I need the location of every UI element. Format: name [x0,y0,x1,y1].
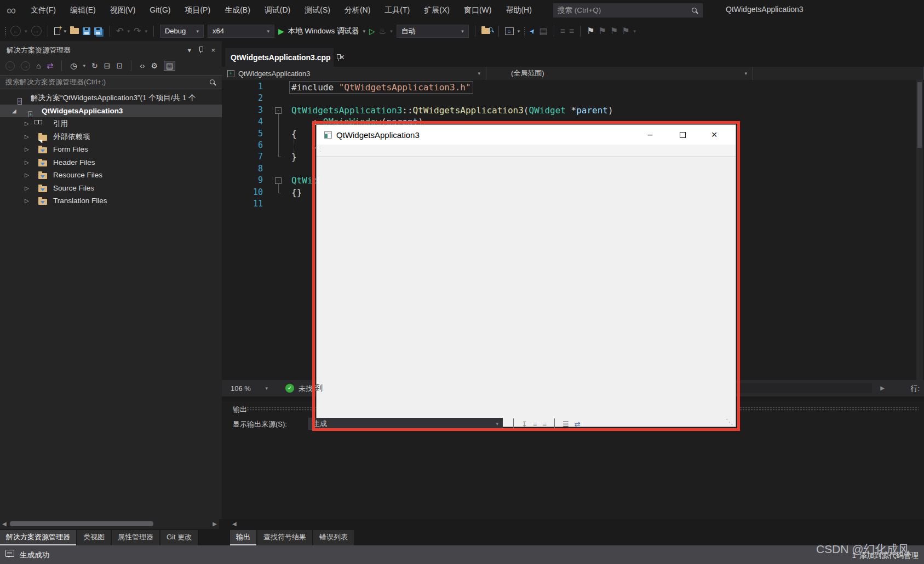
start-debug-button[interactable]: ▶ [278,27,284,36]
panel-tab-Git 更改[interactable]: Git 更改 [160,530,198,545]
prev-bookmark-button[interactable]: ⚑ [599,26,606,36]
preview-selected-button[interactable]: ▤ [164,61,175,71]
platform-select[interactable]: x64 ▾ [208,25,274,38]
save-button[interactable] [83,27,90,35]
hot-reload-button[interactable]: ♨ [379,26,386,36]
tree-item-translation-files[interactable]: ▷Translation Files [0,194,222,208]
chevron-down-icon[interactable]: ▾ [518,28,520,34]
toggle-bookmark-button[interactable]: ⚑ [587,26,594,36]
configuration-select[interactable]: Debug ▾ [160,25,204,38]
collapse-all-button[interactable]: ⊟ [104,61,111,70]
open-file-button[interactable] [70,28,79,34]
chevron-down-icon[interactable]: ▾ [634,28,636,34]
find-in-files-button[interactable] [481,27,492,36]
menu-item-2[interactable]: 视图(V) [103,3,143,16]
panel-tab-查找符号结果[interactable]: 查找符号结果 [257,530,312,545]
panel-tab-输出[interactable]: 输出 [230,530,256,545]
toggle-list-button[interactable]: ☰ [563,420,569,428]
undo-button[interactable]: ↶ [116,26,123,36]
navigate-forward-button[interactable]: → [31,26,42,36]
chevron-down-icon[interactable]: ▾ [363,28,366,34]
word-wrap-button[interactable]: ⇄ [575,420,581,428]
code-line-2[interactable]: 2 [222,93,916,104]
menu-item-12[interactable]: 帮助(H) [498,3,538,16]
menu-item-3[interactable]: Git(G) [142,3,177,16]
save-all-button[interactable] [94,27,102,35]
expanded-icon[interactable]: ◢ [12,105,16,118]
minimize-button[interactable]: – [638,125,662,145]
chevron-down-icon[interactable]: ▾ [64,28,67,34]
clear-bookmarks-button[interactable]: ⚑ [622,26,629,36]
messages-button[interactable]: ≡ [543,420,547,428]
collapsed-icon[interactable]: ▷ [25,117,29,130]
nav-project-dropdown[interactable]: + QtWidgetsApplication3 ▾ [222,67,486,80]
tree-item-header-files[interactable]: ▷Header Files [0,156,222,169]
collapsed-icon[interactable]: ▷ [25,169,29,182]
pending-changes-filter-button[interactable]: ◷ [70,61,77,70]
indent-button[interactable]: ≡ [569,26,574,36]
menu-item-0[interactable]: 文件(F) [24,3,63,16]
close-button[interactable]: × [702,125,726,145]
sidebar-horizontal-scrollbar[interactable]: ◀ ▶ [0,519,219,529]
unindent-button[interactable]: ≡ [560,26,565,36]
chevron-down-icon[interactable]: ▾ [127,28,130,34]
tree-item-resource-files[interactable]: ▷Resource Files [0,169,222,182]
nav-scope-dropdown[interactable]: (全局范围) ▾ [487,67,753,80]
refresh-button[interactable]: ↻ [91,61,98,70]
maximize-button[interactable] [670,125,695,145]
code-line-3[interactable]: 3-QtWidgetsApplication3::QtWidgetsApplic… [222,105,916,116]
collapsed-icon[interactable]: ▷ [25,130,29,143]
next-bookmark-button[interactable]: ⚑ [610,26,618,36]
menu-item-1[interactable]: 编辑(E) [63,3,103,16]
tree-item-external-deps[interactable]: ▷◥外部依赖项 [0,130,222,143]
left-arrow-icon[interactable]: ◀ [232,521,237,527]
back-button[interactable]: ← [5,61,15,71]
tree-item-solution[interactable]: ∞解决方案“QtWidgetsApplication3”(1 个项目/共 1 个 [0,91,222,105]
quick-search-input[interactable]: 搜索 (Ctrl+Q) [553,3,703,18]
chevron-down-icon[interactable]: ▾ [145,28,147,34]
panel-tab-解决方案资源管理器[interactable]: 解决方案资源管理器 [0,530,76,545]
chevron-down-icon[interactable]: ▾ [83,63,85,68]
clear-all-button[interactable]: ↧ [521,420,527,428]
collapsed-icon[interactable]: ▷ [25,194,29,208]
panel-tab-属性管理器[interactable]: 属性管理器 [112,530,159,545]
solution-explorer-search-input[interactable]: 搜索解决方案资源管理器(Ctrl+;) [0,75,222,89]
switch-views-button[interactable]: ⇄ [47,61,53,70]
tree-item-references[interactable]: ▷引用 [0,117,222,130]
right-arrow-icon[interactable]: ▶ [880,383,885,393]
collapsed-icon[interactable]: ▷ [25,182,29,195]
menu-item-10[interactable]: 扩展(X) [417,3,457,16]
navigate-back-button[interactable]: ← [10,26,21,36]
qt-app-window[interactable]: QtWidgetsApplication3 – × ⁚ ⋱ [316,124,736,427]
scrollbar-thumb[interactable] [10,521,153,526]
panel-tab-类视图[interactable]: 类视图 [77,530,111,545]
tree-item-project[interactable]: ◢+QtWidgetsApplication3 [0,105,222,118]
nav-member-dropdown[interactable] [754,67,924,80]
menu-item-4[interactable]: 项目(P) [177,3,217,16]
chevron-down-icon[interactable]: ▾ [25,28,27,34]
fold-toggle-icon[interactable]: - [275,177,282,184]
close-icon[interactable]: × [211,46,215,54]
tree-item-source-files[interactable]: ▷Source Files [0,182,222,195]
home-button[interactable]: ⌂ [36,61,41,70]
forward-button[interactable]: → [21,61,30,71]
toolbar-grip[interactable] [4,26,7,36]
menu-item-11[interactable]: 窗口(W) [457,3,499,16]
menu-item-7[interactable]: 测试(S) [297,3,337,16]
debugger-label[interactable]: 本地 Windows 调试器 [288,26,359,36]
redo-button[interactable]: ↷ [134,26,141,36]
profile-select[interactable]: 自动 ▾ [397,25,469,38]
editor-tab[interactable]: QtWidgetsApplication3.cpp × [225,48,334,67]
pointer-mode-button[interactable]: ➤ [528,26,537,35]
messages-button[interactable]: ≡ [533,420,537,428]
right-arrow-icon[interactable]: ▶ [213,521,217,527]
chevron-down-icon[interactable]: ▾ [187,46,191,54]
new-project-button[interactable] [54,27,60,35]
menu-item-5[interactable]: 生成(B) [217,3,257,16]
left-arrow-icon[interactable]: ◀ [2,521,7,527]
solution-home-button[interactable]: ⌂ [505,27,514,35]
zoom-select[interactable]: 106 % ▾ [227,382,271,394]
menu-item-6[interactable]: 调试(D) [257,3,297,16]
chevron-down-icon[interactable]: ▾ [390,28,393,34]
code-line-1[interactable]: 1#include "QtWidgetsApplication3.h" [222,81,916,93]
